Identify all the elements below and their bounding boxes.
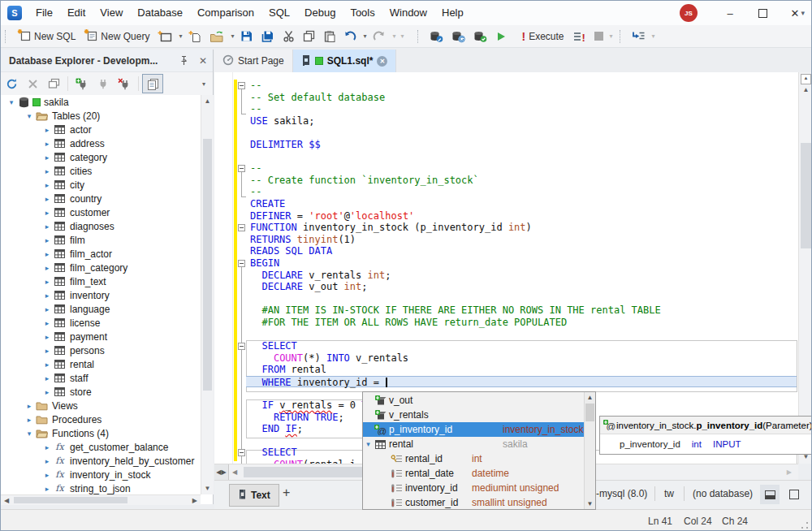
scroll-left-icon[interactable]: ◀ xyxy=(4,497,9,504)
expand-arrow-icon[interactable]: ▸ xyxy=(41,222,53,231)
code-line-current[interactable]: WHERE inventory_id = xyxy=(246,376,797,388)
tree-item-rental[interactable]: ▸rental xyxy=(1,357,201,371)
menu-help[interactable]: Help xyxy=(434,1,471,25)
scroll-down-icon[interactable]: ▼ xyxy=(201,485,214,492)
toolbar-grip[interactable] xyxy=(620,30,624,43)
tree-item-persons[interactable]: ▸persons xyxy=(1,343,201,357)
tree-item-staff[interactable]: ▸staff xyxy=(1,371,201,385)
code-line[interactable]: -- xyxy=(246,162,797,175)
tree-horizontal-scrollbar[interactable]: ◀ ▶ xyxy=(1,494,201,505)
fold-marker-icon[interactable] xyxy=(238,82,245,89)
scroll-up-icon[interactable]: ▲ xyxy=(201,97,214,105)
scroll-right-icon[interactable]: ▶ xyxy=(787,468,792,476)
undo-button[interactable] xyxy=(339,29,361,44)
tree-item-store[interactable]: ▸store xyxy=(1,385,201,399)
tree-vertical-scrollbar[interactable]: ▲ ▼ xyxy=(201,95,214,494)
expand-arrow-icon[interactable]: ▸ xyxy=(41,250,53,258)
expand-arrow-icon[interactable]: ▸ xyxy=(41,374,53,382)
execute-button[interactable]: ! Execute xyxy=(517,28,568,45)
expand-arrow-icon[interactable]: ▸ xyxy=(41,443,53,451)
connection-tag[interactable]: tw xyxy=(664,488,674,499)
menu-database[interactable]: Database xyxy=(130,1,190,25)
tree-item-language[interactable]: ▸language xyxy=(1,302,201,316)
menu-window[interactable]: Window xyxy=(382,1,434,25)
scroll-up-icon[interactable]: ▲ xyxy=(585,394,595,401)
tree-item-procedures[interactable]: ▸Procedures xyxy=(1,412,201,426)
tree-item-inventory-in-stock[interactable]: ▸fxinventory_in_stock xyxy=(1,468,201,481)
code-line[interactable] xyxy=(246,127,797,139)
menu-file[interactable]: File xyxy=(28,1,60,25)
menu-edit[interactable]: Edit xyxy=(60,1,93,25)
collapse-arrow-icon[interactable]: ▾ xyxy=(6,98,17,106)
tree-item-diagnoses[interactable]: ▸diagnoses xyxy=(1,219,201,233)
connection-name[interactable]: -mysql (8.0) xyxy=(596,488,647,499)
menu-sql[interactable]: SQL xyxy=(261,1,297,25)
scroll-down-icon[interactable]: ▼ xyxy=(585,500,595,507)
step-dropdown[interactable]: ▾ xyxy=(650,32,658,40)
tree-item-film-actor[interactable]: ▸film_actor xyxy=(1,247,201,261)
close-panel-icon[interactable]: ✕ xyxy=(193,55,213,67)
check-connection-button[interactable] xyxy=(469,28,491,45)
resize-grip[interactable] xyxy=(801,521,809,529)
menu-debug[interactable]: Debug xyxy=(297,1,343,25)
code-line[interactable]: READS SQL DATA xyxy=(246,245,797,257)
expand-arrow-icon[interactable]: ▸ xyxy=(41,319,53,327)
current-database[interactable]: (no database) xyxy=(693,488,753,499)
autocomplete-item-inventory_id[interactable]: inventory_idmediumint unsigned xyxy=(363,481,584,495)
expand-arrow-icon[interactable]: ▸ xyxy=(24,416,35,424)
expand-arrow-icon[interactable]: ▸ xyxy=(41,360,53,369)
cut-button[interactable] xyxy=(279,28,299,44)
tree-item-city[interactable]: ▸city xyxy=(1,178,201,192)
expand-arrow-icon[interactable]: ▸ xyxy=(41,140,53,148)
collapse-arrow-icon[interactable]: ▾ xyxy=(363,440,374,448)
tree-item-address[interactable]: ▸address xyxy=(1,136,201,150)
code-line[interactable] xyxy=(246,328,797,340)
tree-item-film-text[interactable]: ▸film_text xyxy=(1,274,201,288)
split-editor-handle[interactable]: ▲ xyxy=(801,74,811,84)
tree-item-film-category[interactable]: ▸film_category xyxy=(1,261,201,274)
expand-arrow-icon[interactable]: ▸ xyxy=(41,153,53,162)
new-query-button[interactable]: New Query xyxy=(80,27,153,45)
new-connection-icon[interactable] xyxy=(71,74,93,93)
add-view-button[interactable]: + xyxy=(283,486,290,500)
menu-tools[interactable]: Tools xyxy=(343,1,382,25)
expand-arrow-icon[interactable]: ▸ xyxy=(41,264,53,272)
collapse-arrow-icon[interactable]: ▾ xyxy=(24,112,35,120)
step-button[interactable] xyxy=(628,29,650,44)
cascade-windows-icon[interactable] xyxy=(43,74,64,93)
new-window-button[interactable] xyxy=(153,28,176,45)
redo-button[interactable] xyxy=(369,29,390,44)
tree-item-string-to-json[interactable]: ▸fxstring_to_json xyxy=(1,481,201,494)
stop-button[interactable] xyxy=(590,30,607,42)
save-all-button[interactable] xyxy=(257,28,279,45)
tree-item-tables-20[interactable]: ▾Tables (20) xyxy=(1,109,201,123)
disconnect-icon[interactable] xyxy=(114,74,135,93)
tree-item-views[interactable]: ▸Views xyxy=(1,399,201,412)
menu-view[interactable]: View xyxy=(93,1,130,25)
delete-icon[interactable] xyxy=(22,74,43,93)
code-line[interactable]: RETURNS tinyint(1) xyxy=(246,234,797,246)
expand-arrow-icon[interactable]: ▸ xyxy=(41,291,53,300)
expand-arrow-icon[interactable]: ▸ xyxy=(41,278,53,286)
connect-icon[interactable] xyxy=(93,74,114,93)
scroll-up-icon[interactable]: ▲ xyxy=(799,86,812,93)
expand-arrow-icon[interactable]: ▸ xyxy=(41,333,53,341)
fold-marker-icon[interactable] xyxy=(238,449,245,456)
copy-button[interactable] xyxy=(299,28,319,44)
tree-item-inventory[interactable]: ▸inventory xyxy=(1,288,201,302)
tree-item-license[interactable]: ▸license xyxy=(1,316,201,330)
autocomplete-item-rental_date[interactable]: rental_datedatetime xyxy=(363,466,584,481)
toolbar-grip[interactable] xyxy=(5,30,10,43)
collapse-arrow-icon[interactable]: ▾ xyxy=(24,430,35,438)
code-line[interactable]: #AN ITEM IS IN-STOCK IF THERE ARE EITHER… xyxy=(246,304,797,317)
tree-item-film[interactable]: ▸film xyxy=(1,233,201,247)
new-sql-button[interactable]: New SQL xyxy=(13,27,80,45)
new-window-dropdown[interactable]: ▾ xyxy=(176,32,184,40)
code-line[interactable]: USE sakila; xyxy=(246,115,797,127)
tab-text-view[interactable]: Text xyxy=(229,484,279,507)
pin-icon[interactable] xyxy=(174,55,193,66)
scroll-right-icon[interactable]: ▶ xyxy=(192,497,197,504)
close-button[interactable]: ✕ xyxy=(779,1,811,25)
editor-vertical-scrollbar[interactable]: ▲ ▲ ▼ xyxy=(798,72,812,464)
edit-connection-button[interactable] xyxy=(425,28,447,45)
